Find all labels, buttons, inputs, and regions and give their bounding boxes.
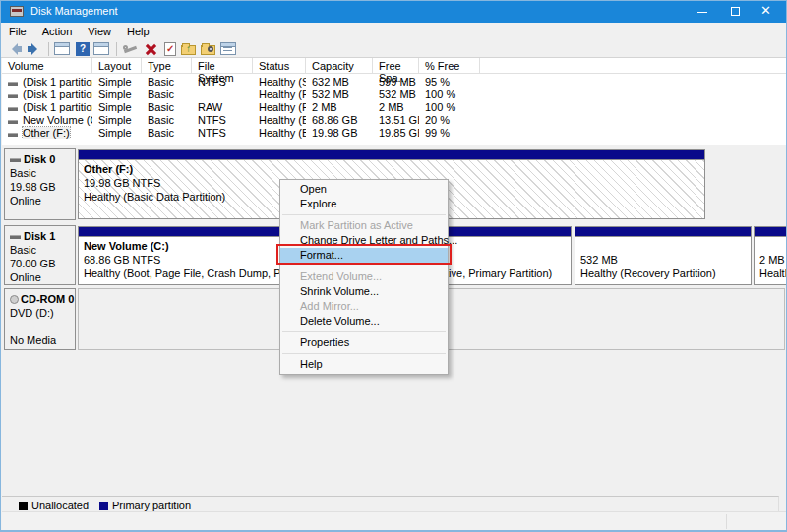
title-bar: Disk Management ✕ [1,1,786,23]
menu-help[interactable]: Help [119,23,157,40]
format-annotation-box [276,244,452,265]
partition-small[interactable]: 2 MB Healthy (Primary Partition) [754,226,787,285]
disk-management-icon [10,6,24,17]
volume-row[interactable]: (Disk 1 partition 2) Simple Basic NTFS H… [2,75,787,88]
menu-item-add-mirror: Add Mirror... [280,299,448,314]
partition-status: Healthy (Primary Partition) [759,267,787,279]
partition-recovery[interactable]: 532 MB Healthy (Recovery Partition) [575,226,752,285]
col-volume[interactable]: Volume [2,58,92,74]
volume-row[interactable]: New Volume (C:) Simple Basic NTFS Health… [2,113,787,126]
cell-layout: Simple [92,113,142,126]
cell-layout: Simple [92,126,142,139]
menu-separator [282,214,446,215]
disk-name: Disk 0 [24,153,55,165]
maximize-button[interactable] [719,1,753,23]
cell-free-space: 19.85 GB [373,126,419,139]
menu-bar: File Action View Help [1,23,786,40]
minimize-button[interactable] [686,1,719,23]
partition-type-strip [755,227,787,237]
disk-type: Basic [10,167,36,179]
disk0-label[interactable]: Disk 0 Basic 19.98 GB Online [4,148,76,220]
menu-action[interactable]: Action [34,23,81,40]
menu-item-mark-partition-active: Mark Partition as Active [280,218,448,233]
menu-item-open[interactable]: Open [280,182,448,197]
partition-type-strip [79,150,704,160]
cell-volume: (Disk 1 partition 4) [23,101,92,113]
disk-icon [10,158,21,162]
status-bar [2,511,787,530]
volume-list-header: Volume Layout Type File System Status Ca… [2,58,787,74]
folder-up-icon[interactable]: ↑ [181,41,199,57]
disk-name: Disk 1 [24,230,55,242]
cell-status: Healthy (R... [253,88,306,100]
col-layout[interactable]: Layout [92,58,142,74]
menu-item-help[interactable]: Help [280,357,448,372]
col-file-system[interactable]: File System [192,58,253,74]
action-pane-icon[interactable] [93,41,111,57]
volume-row[interactable]: (Disk 1 partition 4) Simple Basic RAW He… [2,100,787,113]
legend-primary-partition: Primary partition [99,500,191,509]
col-type[interactable]: Type [142,58,192,74]
col-status[interactable]: Status [253,58,306,74]
legend-bar: Unallocated Primary partition [2,496,779,511]
cell-status: Healthy (B... [253,113,306,126]
cell-pct-free: 100 % [419,88,480,100]
wrench-icon[interactable] [122,41,140,57]
menu-file[interactable]: File [1,23,34,40]
cell-status: Healthy (S... [253,75,306,88]
cell-status: Healthy (B... [253,126,306,139]
volume-icon [8,94,18,98]
cell-free-space: 2 MB [373,100,419,113]
menu-item-properties[interactable]: Properties [280,335,448,350]
cell-capacity: 19.98 GB [306,126,373,139]
properties-icon[interactable] [220,41,238,57]
close-icon: ✕ [760,3,771,18]
minimize-icon [697,12,707,13]
close-button[interactable]: ✕ [753,1,786,23]
check-document-icon[interactable]: ✓ [161,41,179,57]
forward-icon[interactable] [26,41,43,57]
back-icon[interactable] [6,41,24,57]
cell-pct-free: 95 % [419,75,480,88]
col-free-space[interactable]: Free Spa... [373,58,419,74]
menu-separator [282,353,446,354]
disk-status: Online [10,271,41,283]
primary-partition-swatch-icon [99,502,108,510]
partition-size: 532 MB [580,254,618,266]
cdrom-label[interactable]: CD-ROM 0 DVD (D:) No Media [4,288,76,350]
menu-separator [282,266,446,266]
cell-capacity: 532 MB [306,88,373,100]
context-menu: Open Explore Mark Partition as Active Ch… [279,179,449,375]
disk-size: 19.98 GB [10,181,55,193]
cell-free-space: 532 MB [373,88,419,100]
cell-file-system [192,88,253,100]
menu-item-shrink-volume[interactable]: Shrink Volume... [280,284,448,299]
legend-label: Primary partition [112,500,191,511]
partition-status: Healthy (Recovery Partition) [580,267,716,279]
menu-separator [282,331,446,332]
delete-volume-icon[interactable] [142,41,159,57]
cell-volume: New Volume (C:) [23,114,92,126]
menu-view[interactable]: View [80,23,119,40]
cell-type: Basic [142,88,192,100]
legend-unallocated: Unallocated [19,500,89,509]
col-pct-free[interactable]: % Free [419,58,480,74]
partition-title: Other (F:) [84,163,133,175]
folder-search-icon[interactable] [201,41,218,57]
cell-free-space: 13.51 GB [373,113,419,126]
volume-row[interactable]: (Disk 1 partition 3) Simple Basic Health… [2,88,787,100]
cell-free-space: 599 MB [373,75,419,88]
partition-size: 19.98 GB NTFS [84,177,160,189]
disk-type: DVD (D:) [10,307,54,319]
volume-row[interactable]: Other (F:) Simple Basic NTFS Healthy (B.… [2,126,787,139]
menu-item-explore[interactable]: Explore [280,197,448,211]
disk-icon [10,235,21,239]
cell-pct-free: 99 % [419,126,480,139]
help-icon[interactable]: ? [74,41,91,57]
disk1-label[interactable]: Disk 1 Basic 70.00 GB Online [4,225,76,285]
cell-type: Basic [142,113,192,126]
console-tree-icon[interactable] [54,41,72,57]
menu-item-delete-volume[interactable]: Delete Volume... [280,314,448,328]
cell-volume: (Disk 1 partition 3) [23,89,92,100]
col-capacity[interactable]: Capacity [306,58,373,74]
